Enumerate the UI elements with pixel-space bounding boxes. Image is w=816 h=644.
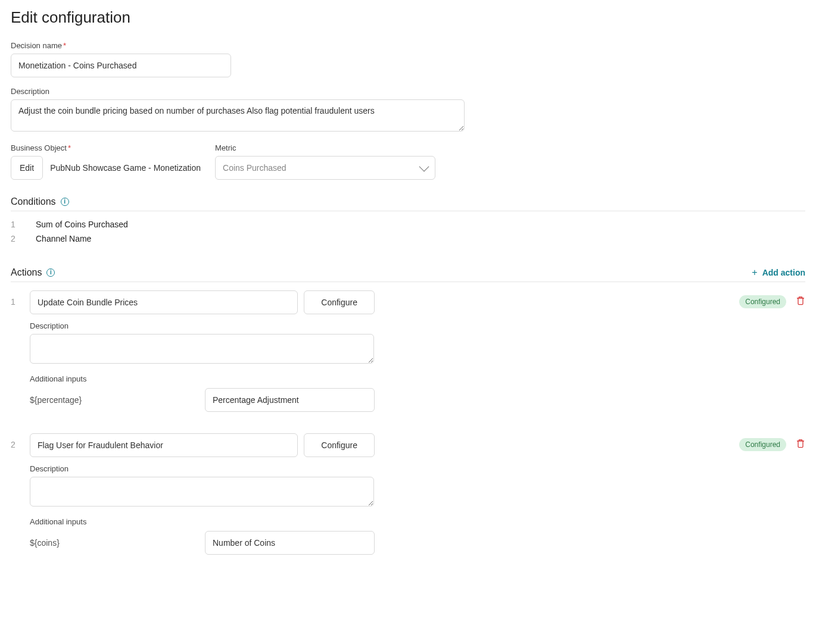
metric-select[interactable]: Coins Purchased bbox=[215, 156, 435, 180]
additional-input-field[interactable] bbox=[205, 388, 375, 412]
action-description-label: Description bbox=[30, 464, 375, 473]
status-badge: Configured bbox=[739, 438, 786, 451]
description-label: Description bbox=[11, 87, 805, 96]
metric-selected-value: Coins Purchased bbox=[223, 163, 286, 173]
business-object-value: PubNub Showcase Game - Monetization bbox=[50, 163, 201, 173]
action-description-textarea[interactable] bbox=[30, 477, 374, 507]
plus-icon: + bbox=[752, 267, 757, 278]
additional-input-var: ${coins} bbox=[30, 538, 191, 548]
configure-action-button[interactable]: Configure bbox=[304, 290, 375, 314]
info-icon[interactable]: i bbox=[46, 268, 55, 277]
delete-action-icon[interactable] bbox=[796, 295, 805, 306]
action-number: 1 bbox=[11, 290, 17, 412]
action-number: 2 bbox=[11, 433, 17, 555]
add-action-label: Add action bbox=[762, 268, 805, 277]
action-description-label: Description bbox=[30, 321, 375, 330]
delete-action-icon[interactable] bbox=[796, 438, 805, 449]
configure-action-button[interactable]: Configure bbox=[304, 433, 375, 457]
add-action-button[interactable]: + Add action bbox=[752, 267, 805, 278]
status-badge: Configured bbox=[739, 295, 786, 308]
decision-name-input[interactable] bbox=[11, 54, 231, 77]
chevron-down-icon bbox=[419, 162, 429, 172]
business-object-label: Business Object* bbox=[11, 143, 201, 152]
metric-label: Metric bbox=[215, 143, 435, 152]
decision-name-label: Decision name* bbox=[11, 41, 805, 50]
action-description-textarea[interactable] bbox=[30, 334, 374, 364]
additional-input-field[interactable] bbox=[205, 531, 375, 555]
info-icon[interactable]: i bbox=[61, 198, 69, 206]
condition-row: 1 Sum of Coins Purchased bbox=[11, 220, 805, 229]
actions-section-title: Actions bbox=[11, 267, 42, 278]
description-textarea[interactable]: Adjust the coin bundle pricing based on … bbox=[11, 99, 465, 132]
additional-input-var: ${percentage} bbox=[30, 395, 191, 405]
additional-inputs-label: Additional inputs bbox=[30, 517, 375, 526]
page-title: Edit configuration bbox=[11, 8, 805, 27]
condition-text: Channel Name bbox=[36, 234, 91, 243]
additional-inputs-label: Additional inputs bbox=[30, 374, 375, 383]
condition-number: 2 bbox=[11, 234, 17, 243]
action-name-input[interactable] bbox=[30, 433, 298, 457]
edit-business-object-button[interactable]: Edit bbox=[11, 156, 43, 180]
action-name-input[interactable] bbox=[30, 290, 298, 314]
condition-row: 2 Channel Name bbox=[11, 234, 805, 243]
conditions-section-title: Conditions bbox=[11, 196, 56, 207]
condition-text: Sum of Coins Purchased bbox=[36, 220, 128, 229]
condition-number: 1 bbox=[11, 220, 17, 229]
